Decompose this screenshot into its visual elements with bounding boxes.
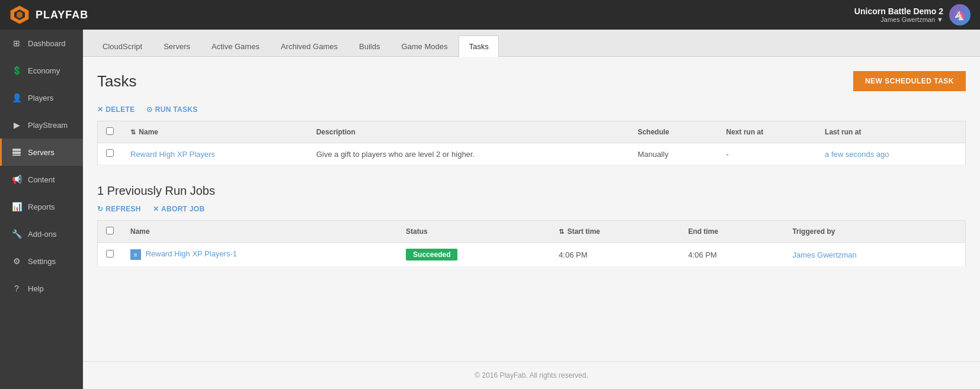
main-content: CloudScript Servers Active Games Archive… [83, 30, 980, 389]
tasks-table-header-row: ⇅ Name Description Schedule Next run at … [98, 121, 966, 143]
job-start-time-cell: 4:06 PM [550, 243, 680, 267]
abort-icon: ✕ [153, 205, 159, 213]
sidebar: ⊞ Dashboard 💲 Economy 👤 Players ▶ PlaySt… [0, 30, 83, 389]
run-tasks-label: RUN TASKS [155, 105, 198, 114]
svg-rect-3 [12, 149, 21, 151]
run-tasks-button[interactable]: ⊙ RUN TASKS [146, 105, 197, 114]
servers-icon [11, 147, 22, 157]
task-schedule-cell: Manually [629, 143, 718, 165]
sidebar-item-settings[interactable]: ⚙ Settings [0, 247, 83, 275]
tasks-select-all-col [98, 121, 123, 143]
content-area: Tasks NEW SCHEDULED TASK ✕ DELETE ⊙ RUN … [83, 57, 980, 361]
addons-icon: 🔧 [11, 229, 22, 239]
job-name-cell: ≡ Reward High XP Players-1 [122, 243, 398, 267]
tasks-col-name: ⇅ Name [122, 121, 308, 143]
sidebar-label-playstream: PlayStream [28, 121, 68, 130]
start-time-sort-icon: ⇅ [559, 228, 564, 235]
previously-run-section: 1 Previously Run Jobs ↻ REFRESH ✕ ABORT … [97, 184, 966, 267]
navbar-brand: PLAYFAB [9, 5, 88, 25]
jobs-select-all-checkbox[interactable] [106, 227, 114, 234]
dashboard-icon: ⊞ [11, 38, 22, 49]
tab-servers[interactable]: Servers [153, 36, 200, 57]
task-description-cell: Give a gift to players who are level 2 o… [308, 143, 629, 165]
job-row-checkbox[interactable] [106, 250, 114, 258]
delete-button[interactable]: ✕ DELETE [97, 105, 134, 114]
brand-name: PLAYFAB [36, 9, 88, 21]
jobs-table-header-row: Name Status ⇅ Start time End time Trigge… [98, 221, 966, 243]
delete-label: DELETE [105, 105, 134, 114]
sidebar-item-dashboard[interactable]: ⊞ Dashboard [0, 30, 83, 57]
svg-rect-5 [12, 155, 21, 156]
sidebar-item-economy[interactable]: 💲 Economy [0, 57, 83, 84]
tasks-col-description: Description [308, 121, 629, 143]
tabs-bar: CloudScript Servers Active Games Archive… [83, 30, 980, 57]
task-last-run-cell: a few seconds ago [816, 143, 965, 165]
sidebar-item-reports[interactable]: 📊 Reports [0, 193, 83, 220]
job-triggered-by-cell[interactable]: James Gwertzman [784, 243, 965, 267]
sidebar-label-players: Players [28, 94, 53, 102]
sidebar-item-playstream[interactable]: ▶ PlayStream [0, 111, 83, 139]
sidebar-label-servers: Servers [28, 148, 55, 157]
avatar[interactable]: 🦄 [949, 4, 971, 25]
sidebar-label-settings: Settings [28, 257, 56, 266]
dropdown-arrow: ▼ [937, 16, 943, 23]
tab-cloudscript[interactable]: CloudScript [92, 36, 152, 57]
user-info: Unicorn Battle Demo 2 James Gwertzman ▼ [854, 7, 943, 23]
status-badge: Succeeded [406, 249, 457, 261]
project-name: Unicorn Battle Demo 2 [854, 7, 943, 16]
jobs-col-name: Name [122, 221, 398, 243]
job-end-time-cell: 4:06 PM [680, 243, 784, 267]
tasks-table: ⇅ Name Description Schedule Next run at … [97, 121, 966, 165]
footer-text: © 2016 PlayFab. All rights reserved. [475, 371, 588, 380]
sidebar-item-content[interactable]: 📢 Content [0, 166, 83, 193]
job-count: 1 [97, 184, 104, 197]
tab-archived-games[interactable]: Archived Games [271, 36, 348, 57]
sidebar-label-dashboard: Dashboard [28, 39, 66, 48]
sidebar-item-servers[interactable]: Servers [0, 139, 83, 166]
navbar: PLAYFAB Unicorn Battle Demo 2 James Gwer… [0, 0, 980, 30]
layout: ⊞ Dashboard 💲 Economy 👤 Players ▶ PlaySt… [0, 30, 980, 389]
sidebar-label-content: Content [28, 175, 55, 184]
sidebar-item-help[interactable]: ? Help [0, 275, 83, 302]
tab-tasks[interactable]: Tasks [459, 36, 498, 57]
tab-active-games[interactable]: Active Games [201, 36, 270, 57]
sidebar-item-addons[interactable]: 🔧 Add-ons [0, 220, 83, 247]
table-row: Reward High XP Players Give a gift to pl… [98, 143, 966, 165]
run-icon: ⊙ [146, 105, 152, 114]
sidebar-label-economy: Economy [28, 66, 60, 75]
job-row-checkbox-cell [98, 243, 123, 267]
task-row-checkbox[interactable] [106, 149, 114, 157]
page-header: Tasks NEW SCHEDULED TASK [97, 71, 966, 91]
sidebar-item-players[interactable]: 👤 Players [0, 84, 83, 111]
jobs-table: Name Status ⇅ Start time End time Trigge… [97, 220, 966, 267]
help-icon: ? [11, 283, 22, 294]
jobs-select-all-col [98, 221, 123, 243]
sidebar-label-reports: Reports [28, 202, 55, 211]
new-scheduled-task-button[interactable]: NEW SCHEDULED TASK [853, 71, 966, 91]
economy-icon: 💲 [11, 65, 22, 76]
user-name: James Gwertzman ▼ [854, 16, 943, 23]
sidebar-label-help: Help [28, 284, 44, 293]
table-row: ≡ Reward High XP Players-1 Succeeded 4:0… [98, 243, 966, 267]
tasks-col-schedule: Schedule [629, 121, 718, 143]
navbar-user-section[interactable]: Unicorn Battle Demo 2 James Gwertzman ▼ … [854, 4, 971, 25]
jobs-col-start-time: ⇅ Start time [550, 221, 680, 243]
jobs-col-status: Status [398, 221, 550, 243]
tasks-col-next-run: Next run at [718, 121, 817, 143]
refresh-label: REFRESH [105, 205, 140, 213]
task-name-cell[interactable]: Reward High XP Players [122, 143, 308, 165]
tab-game-modes[interactable]: Game Modes [391, 36, 457, 57]
playfab-logo [9, 5, 30, 25]
tab-builds[interactable]: Builds [349, 36, 390, 57]
page-title: Tasks [97, 72, 136, 91]
refresh-button[interactable]: ↻ REFRESH [97, 205, 141, 213]
task-next-run-cell: - [718, 143, 817, 165]
refresh-icon: ↻ [97, 205, 103, 213]
job-name-link[interactable]: Reward High XP Players-1 [146, 249, 237, 258]
tasks-select-all-checkbox[interactable] [106, 127, 114, 135]
svg-rect-4 [12, 152, 21, 154]
jobs-col-triggered-by: Triggered by [784, 221, 965, 243]
delete-icon: ✕ [97, 105, 103, 114]
job-type-icon: ≡ [130, 249, 141, 260]
abort-job-button[interactable]: ✕ ABORT JOB [153, 205, 205, 213]
